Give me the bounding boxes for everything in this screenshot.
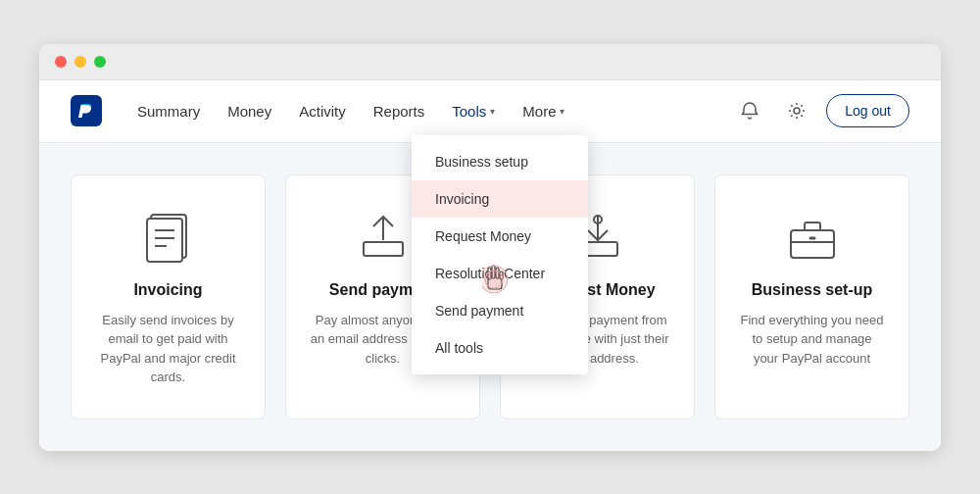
paypal-logo [71, 95, 102, 126]
dropdown-item-resolution-center[interactable]: Resolution Center [412, 255, 588, 292]
tools-dropdown: Business setup Invoicing Request Money R… [412, 135, 588, 374]
dropdown-item-send-payment[interactable]: Send payment [412, 292, 588, 329]
dropdown-item-request-money[interactable]: Request Money [412, 218, 588, 255]
svg-point-1 [794, 108, 800, 114]
card-invoicing: Invoicing Easily send invoices by email … [71, 174, 266, 420]
business-setup-icon [783, 207, 842, 266]
browser-window: Summary Money Activity Reports Tools ▾ M… [39, 44, 941, 451]
svg-rect-23 [791, 230, 834, 258]
card-business-setup-desc: Find everything you need to setup and ma… [739, 311, 885, 369]
invoicing-icon [139, 207, 198, 266]
close-dot[interactable] [55, 56, 67, 68]
nav-money[interactable]: Money [216, 95, 283, 127]
titlebar [39, 44, 941, 80]
nav-reports[interactable]: Reports [362, 95, 437, 127]
dropdown-item-business-setup[interactable]: Business setup [412, 143, 588, 180]
main-nav: Summary Money Activity Reports Tools ▾ M… [125, 95, 732, 127]
minimize-dot[interactable] [74, 56, 86, 68]
settings-button[interactable] [779, 93, 814, 128]
send-payment-icon [354, 207, 413, 266]
svg-rect-13 [147, 219, 182, 262]
nav-summary[interactable]: Summary [125, 95, 212, 127]
gear-icon [787, 101, 807, 121]
browser-content: Summary Money Activity Reports Tools ▾ M… [39, 80, 941, 451]
svg-rect-17 [364, 242, 403, 256]
header-actions: Log out [732, 93, 909, 128]
bell-icon [740, 101, 760, 121]
card-invoicing-desc: Easily send invoices by email to get pai… [95, 311, 241, 387]
card-invoicing-title: Invoicing [133, 281, 202, 299]
card-business-setup: Business set-up Find everything you need… [714, 174, 909, 420]
tools-chevron-icon: ▾ [490, 106, 495, 117]
maximize-dot[interactable] [94, 56, 106, 68]
more-chevron-icon: ▾ [560, 106, 564, 117]
nav-tools[interactable]: Tools ▾ [440, 95, 507, 127]
nav-activity[interactable]: Activity [287, 95, 358, 127]
notifications-button[interactable] [732, 93, 767, 128]
header: Summary Money Activity Reports Tools ▾ M… [39, 80, 941, 143]
nav-more[interactable]: More ▾ [511, 95, 576, 127]
logout-button[interactable]: Log out [826, 94, 909, 127]
dropdown-item-invoicing[interactable]: Invoicing [412, 180, 588, 218]
dropdown-item-all-tools[interactable]: All tools [412, 329, 588, 367]
card-business-setup-title: Business set-up [752, 281, 873, 299]
